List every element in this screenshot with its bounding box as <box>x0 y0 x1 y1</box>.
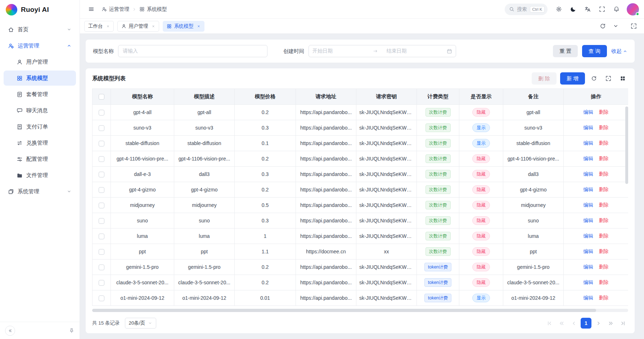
edit-link[interactable]: 编辑 <box>584 140 593 146</box>
delete-row-link[interactable]: 删除 <box>599 264 609 270</box>
row-checkbox[interactable] <box>99 218 104 224</box>
page-1-button[interactable]: 1 <box>581 318 591 329</box>
content-fullscreen-button[interactable] <box>627 20 640 32</box>
horizontal-scrollbar[interactable] <box>92 309 628 312</box>
sidebar-subitem-1-3[interactable]: 聊天消息 <box>4 103 76 118</box>
model-name-input[interactable]: 请输入 <box>118 45 267 57</box>
notifications-button[interactable] <box>610 3 622 15</box>
prev-5-pages-button[interactable] <box>556 318 567 329</box>
close-icon[interactable] <box>106 24 110 28</box>
delete-row-link[interactable]: 删除 <box>599 249 609 254</box>
row-checkbox[interactable] <box>99 249 104 255</box>
horizontal-scrollbar-thumb[interactable] <box>92 309 596 312</box>
collapse-filter-link[interactable]: 收起 <box>611 48 627 55</box>
edit-link[interactable]: 编辑 <box>584 295 593 300</box>
app-logo[interactable]: Ruoyi AI <box>0 0 80 19</box>
row-checkbox[interactable] <box>99 234 104 239</box>
edit-link[interactable]: 编辑 <box>584 264 593 270</box>
tab-0[interactable]: 工作台 <box>84 21 114 32</box>
edit-link[interactable]: 编辑 <box>584 233 593 239</box>
reset-button[interactable]: 重 置 <box>553 45 578 57</box>
query-button[interactable]: 查 询 <box>582 45 607 57</box>
start-date-input[interactable]: 开始日期 <box>312 48 370 54</box>
edit-link[interactable]: 编辑 <box>584 171 593 177</box>
refresh-table-button[interactable] <box>589 73 599 84</box>
delete-row-link[interactable]: 删除 <box>599 202 609 208</box>
edit-link[interactable]: 编辑 <box>584 218 593 223</box>
edit-link[interactable]: 编辑 <box>584 202 593 208</box>
cell-request-key: sk-JIUQLNndqSeKWU... <box>356 151 417 167</box>
vertical-scrollbar[interactable] <box>625 105 628 308</box>
page-size-select[interactable]: 20条/页 <box>125 318 157 329</box>
fullscreen-button[interactable] <box>596 3 608 15</box>
sidebar-subitem-1-5[interactable]: 兑换管理 <box>4 135 76 150</box>
delete-row-link[interactable]: 删除 <box>599 156 609 161</box>
global-search[interactable]: 搜索 Ctrl K <box>505 4 548 15</box>
column-settings-button[interactable] <box>617 73 628 84</box>
delete-row-link[interactable]: 删除 <box>599 109 609 115</box>
settings-button[interactable] <box>553 3 565 15</box>
sidebar-subitem-1-6[interactable]: 配置管理 <box>4 152 76 167</box>
row-checkbox[interactable] <box>99 203 104 208</box>
row-checkbox[interactable] <box>99 172 104 177</box>
delete-button[interactable]: 删 除 <box>532 72 557 85</box>
prev-page-button[interactable] <box>568 318 579 329</box>
last-page-button[interactable] <box>617 318 628 329</box>
date-range-input[interactable]: 开始日期 结束日期 <box>309 45 456 57</box>
language-button[interactable] <box>581 3 594 15</box>
edit-link[interactable]: 编辑 <box>584 156 593 161</box>
delete-row-link[interactable]: 删除 <box>599 280 609 285</box>
close-icon[interactable] <box>197 24 201 28</box>
row-checkbox[interactable] <box>99 280 104 286</box>
row-checkbox[interactable] <box>99 141 104 146</box>
edit-link[interactable]: 编辑 <box>584 187 593 192</box>
delete-row-link[interactable]: 删除 <box>599 187 609 192</box>
sidebar-subitem-1-1[interactable]: 系统模型 <box>4 71 76 86</box>
sidebar-subitem-1-0[interactable]: 用户管理 <box>4 54 76 69</box>
next-5-pages-button[interactable] <box>605 318 616 329</box>
row-checkbox[interactable] <box>99 295 104 301</box>
sidebar-toggle-button[interactable] <box>85 3 97 15</box>
breadcrumb-item-system-model[interactable]: 系统模型 <box>139 6 167 13</box>
sidebar-collapse-button[interactable] <box>5 326 15 336</box>
delete-row-link[interactable]: 删除 <box>599 218 609 223</box>
edit-link[interactable]: 编辑 <box>584 249 593 254</box>
select-all-checkbox[interactable] <box>99 94 104 100</box>
delete-row-link[interactable]: 删除 <box>599 233 609 239</box>
sidebar-item-0[interactable]: 首页 <box>4 22 76 37</box>
add-button[interactable]: 新 增 <box>560 72 585 85</box>
delete-row-link[interactable]: 删除 <box>599 125 609 130</box>
user-avatar[interactable] <box>627 3 639 15</box>
visibility-badge: 隐藏 <box>472 170 490 179</box>
row-checkbox[interactable] <box>99 125 104 131</box>
row-checkbox[interactable] <box>99 156 104 162</box>
edit-link[interactable]: 编辑 <box>584 125 593 130</box>
delete-row-link[interactable]: 删除 <box>599 171 609 177</box>
end-date-input[interactable]: 结束日期 <box>381 48 444 54</box>
fullscreen-table-button[interactable] <box>603 73 614 84</box>
vertical-scrollbar-thumb[interactable] <box>625 107 628 184</box>
breadcrumb-item-operations[interactable]: 运营管理 <box>102 6 129 13</box>
close-icon[interactable] <box>152 24 155 28</box>
first-page-button[interactable] <box>544 318 555 329</box>
edit-link[interactable]: 编辑 <box>584 280 593 285</box>
delete-row-link[interactable]: 删除 <box>599 140 609 146</box>
tab-1[interactable]: 用户管理 <box>117 21 159 32</box>
edit-link[interactable]: 编辑 <box>584 109 593 115</box>
refresh-page-button[interactable] <box>596 20 609 32</box>
cell-checkbox <box>93 136 111 151</box>
sidebar-item-2[interactable]: 系统管理 <box>4 184 76 199</box>
row-checkbox[interactable] <box>99 187 104 193</box>
pin-sidebar-button[interactable] <box>69 328 75 334</box>
row-checkbox[interactable] <box>99 110 104 116</box>
row-checkbox[interactable] <box>99 265 104 270</box>
sidebar-subitem-1-2[interactable]: 套餐管理 <box>4 87 76 102</box>
sidebar-subitem-1-4[interactable]: 支付订单 <box>4 119 76 134</box>
next-page-button[interactable] <box>593 318 604 329</box>
tab-menu-button[interactable] <box>609 20 622 32</box>
sidebar-item-1[interactable]: 运营管理 <box>4 38 76 53</box>
theme-toggle-button[interactable] <box>567 3 579 15</box>
delete-row-link[interactable]: 删除 <box>599 295 609 300</box>
sidebar-subitem-1-7[interactable]: 文件管理 <box>4 168 76 183</box>
tab-2[interactable]: 系统模型 <box>163 21 204 32</box>
